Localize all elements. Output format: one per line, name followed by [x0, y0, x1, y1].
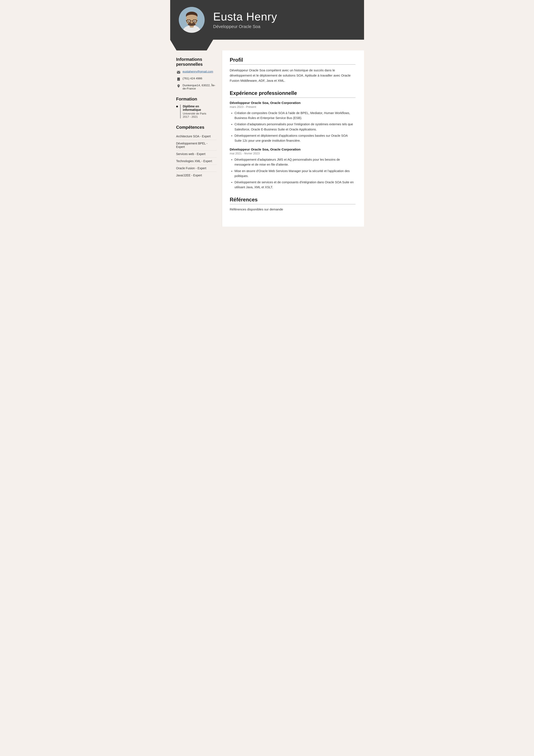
- competence-item: Technologies XML - Expert: [176, 158, 217, 165]
- formation-item: Diplôme en informatique Université de Pa…: [176, 105, 217, 119]
- main-content: Profil Développeur Oracle Soa compétent …: [222, 50, 364, 227]
- sidebar: Informations personnelles eustahenry@gma…: [170, 50, 222, 227]
- avatar: [179, 7, 205, 33]
- job-bullet-item: Développement et déploiement d'applicati…: [235, 133, 355, 143]
- references-title: Références: [230, 197, 355, 204]
- formation-details: Diplôme en informatique Université de Pa…: [180, 105, 217, 119]
- contact-phone: (761) 424 4986: [176, 77, 217, 82]
- job-entry: Développeur Oracle Soa, Oracle Corporati…: [230, 101, 355, 143]
- address-text: Dunkerque14, 63022, Île-de-France: [183, 84, 217, 90]
- header-title: Développeur Oracle Soa: [213, 24, 354, 29]
- competence-item: Développement BPEL - Expert: [176, 140, 217, 150]
- formation-bullet: [176, 106, 178, 107]
- profil-section: Profil Développeur Oracle Soa compétent …: [230, 57, 355, 83]
- personal-info-title: Informations personnelles: [176, 57, 217, 67]
- contact-address: Dunkerque14, 63022, Île-de-France: [176, 84, 217, 90]
- phone-icon: [176, 77, 181, 82]
- references-section: Références Références disponibles sur de…: [230, 197, 355, 211]
- job-entry: Développeur Oracle Soa, Oracle Corporati…: [230, 148, 355, 190]
- job-bullet-item: Développement de services et de composan…: [235, 180, 355, 190]
- jobs-list: Développeur Oracle Soa, Oracle Corporati…: [230, 101, 355, 190]
- formation-years: 2017 - 2021: [183, 115, 217, 119]
- competence-item: Architecture SOA - Expert: [176, 133, 217, 140]
- svg-point-5: [186, 15, 197, 20]
- email-icon: [176, 70, 181, 75]
- competences-list: Architecture SOA - ExpertDéveloppement B…: [176, 133, 217, 179]
- formation-degree: Diplôme en informatique: [183, 105, 217, 112]
- job-title-company: Développeur Oracle Soa, Oracle Corporati…: [230, 148, 355, 151]
- chevron-shape: [170, 40, 213, 50]
- phone-text: (761) 424 4986: [183, 77, 202, 80]
- competences-section: Compétences Architecture SOA - ExpertDév…: [176, 125, 217, 179]
- job-bullets: Développement d'adaptateurs JMS et AQ pe…: [230, 157, 355, 190]
- email-text[interactable]: eustahenry@gmail.com: [183, 70, 213, 73]
- svg-rect-17: [177, 71, 180, 73]
- job-dates: mars 2023 - Présent: [230, 105, 355, 108]
- job-title-company: Développeur Oracle Soa, Oracle Corporati…: [230, 101, 355, 105]
- formation-school: Université de Paris: [183, 112, 217, 115]
- header: Eusta Henry Développeur Oracle Soa: [170, 0, 364, 40]
- personal-info-section: Informations personnelles eustahenry@gma…: [176, 57, 217, 90]
- chevron-decoration: [170, 40, 364, 50]
- job-dates: mai 2021 - février 2023: [230, 152, 355, 155]
- svg-point-16: [191, 22, 192, 23]
- competence-item: Services web - Expert: [176, 150, 217, 158]
- svg-point-13: [188, 21, 189, 22]
- job-bullet-item: Création d'adaptateurs personnalisés pou…: [235, 122, 355, 132]
- competences-title: Compétences: [176, 125, 217, 130]
- job-bullet-item: Mise en œuvre d'Oracle Web Services Mana…: [235, 169, 355, 178]
- svg-point-15: [194, 21, 195, 22]
- main-layout: Informations personnelles eustahenry@gma…: [170, 50, 364, 227]
- competence-item: Oracle Fusion - Expert: [176, 165, 217, 172]
- formation-section: Formation Diplôme en informatique Univer…: [176, 96, 217, 119]
- experience-section: Expérience professionnelle Développeur O…: [230, 90, 355, 190]
- experience-title: Expérience professionnelle: [230, 90, 355, 98]
- competence-item: Java/J2EE - Expert: [176, 172, 217, 179]
- references-text: Références disponibles sur demande: [230, 207, 355, 211]
- header-info: Eusta Henry Développeur Oracle Soa: [213, 11, 354, 29]
- location-icon: [176, 84, 181, 88]
- contact-email: eustahenry@gmail.com: [176, 70, 217, 75]
- header-name: Eusta Henry: [213, 11, 354, 23]
- profil-text: Développeur Oracle Soa compétent avec un…: [230, 68, 355, 83]
- profil-title: Profil: [230, 57, 355, 65]
- formation-title: Formation: [176, 96, 217, 101]
- job-bullet-item: Création de composites Oracle SOA à l'ai…: [235, 111, 355, 121]
- job-bullet-item: Développement d'adaptateurs JMS et AQ pe…: [235, 157, 355, 167]
- job-bullets: Création de composites Oracle SOA à l'ai…: [230, 111, 355, 143]
